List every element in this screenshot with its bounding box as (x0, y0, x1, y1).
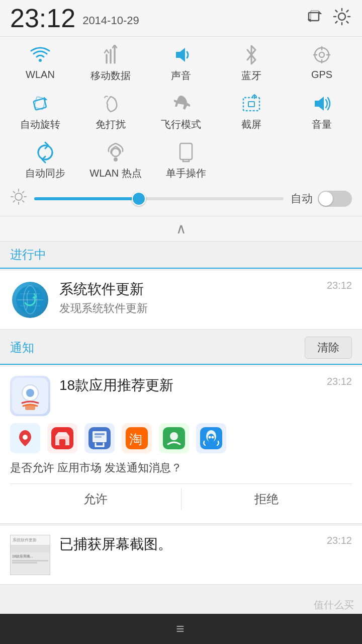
taobao-icon: 淘 (122, 423, 152, 453)
qs-gps-label: GPS (311, 69, 332, 80)
dnd-icon (101, 93, 121, 115)
qs-auto-sync[interactable]: 自动同步 (15, 141, 75, 180)
qs-bluetooth-label: 蓝牙 (241, 69, 261, 83)
system-update-desc: 发现系统软件更新 (59, 301, 318, 316)
qs-airplane[interactable]: 飞行模式 (151, 93, 211, 131)
system-update-icon-container (10, 280, 50, 320)
qs-one-hand[interactable]: 单手操作 (156, 141, 216, 180)
appstore-icon (10, 376, 50, 416)
sound-icon (171, 44, 191, 66)
app-icons-row: 淘 (10, 423, 352, 453)
qs-screenshot-label: 截屏 (241, 118, 261, 131)
system-update-notification[interactable]: 系统软件更新 发现系统软件更新 23:12 (0, 271, 362, 330)
app-update-title: 18款应用推荐更新 (59, 376, 318, 395)
notifications-title: 通知 (10, 340, 34, 356)
allow-button[interactable]: 允许 (10, 484, 181, 514)
toggle-switch[interactable] (318, 191, 352, 207)
svg-rect-44 (95, 436, 102, 438)
qs-hotspot[interactable]: WLAN 热点 (85, 141, 146, 180)
svg-line-26 (23, 192, 24, 193)
svg-rect-13 (248, 102, 254, 107)
qs-dnd[interactable]: 免打扰 (80, 93, 141, 131)
svg-line-24 (14, 192, 15, 193)
brightness-slider[interactable] (34, 192, 284, 206)
qq-icon (196, 423, 226, 453)
qs-gps[interactable]: GPS (292, 44, 352, 83)
app-update-top: 18款应用推荐更新 23:12 (10, 376, 352, 416)
brightness-row: 自动 (0, 183, 362, 216)
toggle-knob (319, 192, 333, 206)
screenshot-time: 23:12 (327, 535, 352, 546)
svg-rect-40 (59, 439, 65, 445)
qs-screenshot[interactable]: 截屏 (221, 93, 282, 131)
hotspot-icon (105, 141, 127, 164)
notification-panel: 进行中 系统软件更新 发现系统软件更新 (0, 242, 362, 585)
status-time: 23:12 (10, 5, 75, 31)
quick-settings-panel: WLAN 移动数据 声音 (0, 37, 362, 216)
screenshot-notification[interactable]: 系统软件更新 18款应用推... 已捕获屏幕截图。 23:12 (0, 526, 362, 585)
screenshot-thumb-container: 系统软件更新 18款应用推... (10, 535, 50, 575)
screenshot-thumbnail: 系统软件更新 18款应用推... (10, 535, 50, 575)
svg-rect-36 (25, 405, 35, 410)
system-update-content: 系统软件更新 发现系统软件更新 (59, 280, 318, 316)
svg-point-51 (208, 434, 215, 443)
globe-icon (12, 282, 48, 318)
app-update-notification[interactable]: 18款应用推荐更新 23:12 (0, 367, 362, 524)
notifications-section-header: 通知 清除 (0, 332, 362, 364)
qs-bluetooth[interactable]: 蓝牙 (221, 44, 282, 83)
qs-dnd-label: 免打扰 (96, 118, 126, 131)
auto-sync-icon (34, 141, 56, 164)
qs-auto-rotate[interactable]: 自动旋转 (10, 93, 70, 131)
qs-mobile-data-label: 移动数据 (90, 69, 131, 83)
screenshot-content: 已捕获屏幕截图。 (59, 535, 318, 556)
shop-icon (47, 423, 77, 453)
qs-volume[interactable]: 音量 (292, 93, 352, 131)
qs-hotspot-label: WLAN 热点 (89, 167, 141, 180)
collapse-button[interactable]: ∧ (0, 216, 362, 242)
reject-button[interactable]: 拒绝 (182, 484, 352, 514)
volume-icon (311, 93, 333, 115)
mobile-data-icon (103, 44, 119, 66)
baidu-map-icon (10, 423, 40, 453)
auto-brightness-toggle[interactable]: 自动 (291, 191, 352, 207)
qs-sound-label: 声音 (171, 69, 191, 83)
svg-line-27 (14, 201, 15, 202)
gps-icon (312, 44, 332, 66)
screenshot-title: 已捕获屏幕截图。 (59, 535, 318, 554)
svg-line-25 (23, 201, 24, 202)
qs-row-1: WLAN 移动数据 声音 (0, 37, 362, 86)
bluetooth-icon (244, 44, 258, 66)
system-update-time: 23:12 (327, 280, 352, 291)
qs-auto-rotate-label: 自动旋转 (20, 118, 60, 131)
svg-point-52 (209, 436, 211, 439)
svg-point-3 (39, 59, 42, 62)
svg-point-38 (23, 435, 28, 440)
system-update-title: 系统软件更新 (59, 280, 318, 299)
qs-airplane-label: 飞行模式 (161, 118, 201, 131)
qs-sound[interactable]: 声音 (151, 44, 211, 83)
wifi-icon (30, 44, 50, 66)
svg-rect-15 (180, 143, 192, 159)
green-app-icon (159, 423, 189, 453)
qs-row-3: 自动同步 WLAN 热点 (0, 134, 362, 183)
brightness-icon (10, 188, 27, 209)
qs-row-2: 自动旋转 免打扰 飞行模式 (0, 86, 362, 134)
svg-rect-12 (243, 98, 259, 111)
qs-one-hand-label: 单手操作 (166, 167, 206, 180)
qs-wlan[interactable]: WLAN (10, 44, 70, 83)
screenshot-icon (240, 93, 262, 115)
auto-label: 自动 (291, 191, 313, 206)
one-hand-icon (176, 141, 196, 164)
settings-icon[interactable] (332, 7, 352, 30)
status-bar: 23:12 2014-10-29 (0, 0, 362, 37)
svg-point-19 (15, 193, 22, 200)
notification-actions: 允许 拒绝 (10, 484, 352, 514)
app-update-time: 23:12 (327, 376, 352, 387)
ongoing-section-header: 进行中 (0, 242, 362, 268)
svg-rect-43 (95, 433, 105, 435)
menu-icon[interactable]: ≡ (176, 621, 186, 637)
svg-point-48 (170, 432, 178, 440)
app-update-content: 18款应用推荐更新 (59, 376, 318, 397)
qs-mobile-data[interactable]: 移动数据 (80, 44, 141, 83)
clear-button[interactable]: 清除 (305, 337, 352, 359)
